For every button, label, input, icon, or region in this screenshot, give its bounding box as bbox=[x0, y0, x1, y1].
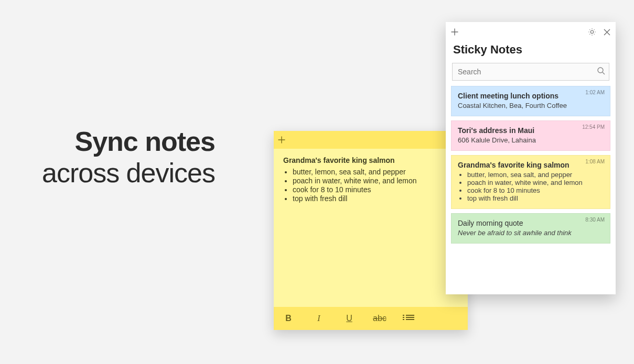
format-toolbar: B I U abc bbox=[274, 307, 468, 330]
promo-line2: across devices bbox=[42, 157, 215, 189]
promo-text: Sync notes across devices bbox=[42, 126, 215, 189]
note-title: Client meeting lunch options bbox=[458, 92, 604, 100]
close-icon bbox=[604, 29, 610, 36]
open-note-window: ⋯ Grandma's favorite king salmon butter,… bbox=[274, 131, 468, 330]
note-card[interactable]: 1:02 AM Client meeting lunch options Coa… bbox=[451, 86, 610, 116]
open-note-item: poach in water, white wine, and lemon bbox=[293, 177, 458, 185]
note-time: 1:08 AM bbox=[585, 159, 605, 164]
open-note-item: butter, lemon, sea salt, and pepper bbox=[293, 168, 458, 176]
panel-new-note-button[interactable] bbox=[451, 28, 458, 36]
note-body-item: cook for 8 to 10 minutes bbox=[467, 186, 604, 194]
panel-titlebar bbox=[446, 22, 616, 42]
settings-button[interactable] bbox=[588, 28, 596, 36]
close-button[interactable] bbox=[604, 29, 610, 36]
note-time: 1:02 AM bbox=[585, 90, 605, 95]
notes-list: 1:02 AM Client meeting lunch options Coa… bbox=[446, 86, 616, 244]
bullet-list-button[interactable] bbox=[403, 314, 417, 323]
note-title: Daily morning quote bbox=[458, 219, 604, 227]
open-note-item: cook for 8 to 10 minutes bbox=[293, 185, 458, 194]
gear-icon bbox=[588, 28, 596, 36]
note-time: 8:30 AM bbox=[585, 217, 605, 223]
note-body-item: poach in water, white wine, and lemon bbox=[467, 179, 604, 186]
note-card[interactable]: 1:08 AM Grandma's favorite king salmon b… bbox=[451, 155, 610, 209]
promo-line1: Sync notes bbox=[42, 126, 215, 157]
note-body-item: top with fresh dill bbox=[467, 194, 604, 202]
note-card[interactable]: 12:54 PM Tori's address in Maui 606 Kalu… bbox=[451, 120, 610, 151]
open-note-title: Grandma's favorite king salmon bbox=[283, 156, 458, 164]
open-note-titlebar: ⋯ bbox=[274, 131, 468, 149]
bold-button[interactable]: B bbox=[281, 314, 296, 323]
open-note-item: top with fresh dill bbox=[293, 194, 458, 203]
open-note-list: butter, lemon, sea salt, and pepper poac… bbox=[283, 168, 458, 203]
note-time: 12:54 PM bbox=[582, 124, 605, 130]
svg-point-0 bbox=[598, 68, 603, 73]
search-input[interactable] bbox=[452, 63, 609, 81]
underline-button[interactable]: U bbox=[342, 314, 357, 323]
note-body-list: butter, lemon, sea salt, and pepper poac… bbox=[458, 171, 604, 202]
note-body: Coastal Kitchen, Bea, Fourth Coffee bbox=[458, 102, 604, 109]
note-body: Never be afraid to sit awhile and think bbox=[458, 229, 604, 237]
notes-panel: Sticky Notes 1:02 AM Client meeting lunc… bbox=[446, 22, 616, 294]
search-icon bbox=[597, 67, 605, 75]
italic-button[interactable]: I bbox=[311, 314, 326, 323]
note-body-item: butter, lemon, sea salt, and pepper bbox=[467, 171, 604, 179]
search-wrap bbox=[452, 63, 609, 81]
note-card[interactable]: 8:30 AM Daily morning quote Never be afr… bbox=[451, 213, 610, 244]
note-title: Grandma's favorite king salmon bbox=[458, 161, 604, 169]
new-note-button[interactable] bbox=[278, 136, 285, 144]
strikethrough-button[interactable]: abc bbox=[372, 314, 387, 323]
note-body: 606 Kalule Drive, Lahaina bbox=[458, 136, 604, 144]
panel-title: Sticky Notes bbox=[446, 42, 616, 61]
bullets-icon bbox=[406, 314, 414, 321]
open-note-body[interactable]: Grandma's favorite king salmon butter, l… bbox=[274, 149, 468, 307]
